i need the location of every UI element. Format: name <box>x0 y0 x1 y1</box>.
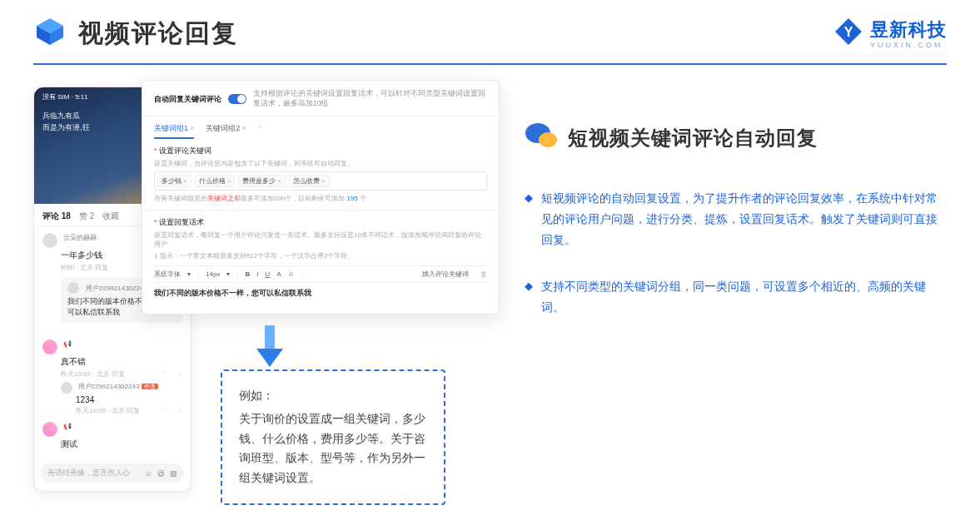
keyword-tag[interactable]: 费用是多少× <box>238 175 286 187</box>
bullet-diamond-icon: ◆ <box>525 188 533 251</box>
config-top-row: 自动回复关键词评论 支持根据评论的关键词设置回复话术，可以针对不同类型关键词设置… <box>142 89 499 116</box>
tab-comments[interactable]: 评论 18 <box>42 211 71 222</box>
dislike-icon[interactable]: ♤ <box>177 370 182 378</box>
arrow-down-icon <box>253 325 286 372</box>
tab-keyword-group-2[interactable]: 关键词组2× <box>206 123 246 139</box>
tab-add-group[interactable]: + <box>258 123 262 139</box>
tb-italic-icon[interactable]: I <box>256 270 258 278</box>
tb-bold-icon[interactable]: B <box>246 270 251 278</box>
keyword-tag[interactable]: 什么价格× <box>195 175 236 187</box>
sec-reply-title: 设置回复话术 <box>154 217 487 228</box>
tab-likes[interactable]: 赞 2 <box>79 211 94 222</box>
tb-insert-keyword[interactable]: 插入评论关键词 <box>422 270 469 279</box>
right-column: 短视频关键词评论自动回复 ◆ 短视频评论的自动回复设置，为了提升作者的评论回复效… <box>525 80 947 343</box>
sec-keyword-desc: 设置关键词，当评论里内容包含了以下关键词，则系统可自动回复。 <box>154 159 487 168</box>
bullet-text: 支持不同类型的关键词分组，同一类问题，可设置多个相近的、高频的关键词。 <box>541 276 947 318</box>
input-placeholder: 善语结善缘，恶言伤人心 <box>47 468 140 478</box>
brand-name: 昱新科技 <box>870 17 947 42</box>
keyword-group-tabs: 关键词组1× 关键词组2× + <box>142 116 499 139</box>
sec-reply-desc: 设置回复话术，每回复一个用户评论只发送一条话术。最多支持设置10条不同话术，按添… <box>154 230 487 249</box>
svg-text:Y: Y <box>844 25 853 39</box>
example-title: 例如： <box>239 386 427 406</box>
comment-item: 📢 测试 <box>34 422 191 458</box>
tb-underline-icon[interactable]: U <box>266 270 271 278</box>
commenter-name: 📢 <box>63 340 72 348</box>
section-head: 短视频关键词评论自动回复 <box>525 121 947 155</box>
cube-icon <box>33 15 67 52</box>
tb-size-select[interactable]: 14px <box>206 270 220 278</box>
auto-reply-toggle[interactable] <box>228 94 246 104</box>
brand-sub: YUUXIN.COM <box>870 41 947 49</box>
svg-marker-6 <box>256 349 283 367</box>
at-icon[interactable]: @ <box>157 469 165 478</box>
image-icon[interactable]: ▧ <box>170 469 177 478</box>
keyword-tag[interactable]: 怎么收费× <box>289 175 330 187</box>
comment-input[interactable]: 善语结善缘，恶言伤人心 ☺ @ ▧ <box>41 463 184 483</box>
author-reply-inline: 用户2299214302243 作者 1234 昨天10:08 · 北京 回复 … <box>61 382 182 415</box>
config-top-desc: 支持根据评论的关键词设置回复话术，可以针对不同类型关键词设置回复话术，最多添加1… <box>253 89 487 109</box>
avatar <box>61 382 72 394</box>
left-column: 自动回复关键词评论 支持根据评论的关键词设置回复话术，可以针对不同类型关键词设置… <box>33 80 500 343</box>
svg-rect-5 <box>265 325 275 350</box>
reply-meta: 昨天10:08 · 北京 回复 ♡♤ <box>76 406 182 415</box>
status-left: 没有 SIM · 5:11 <box>42 92 88 102</box>
video-caption: 兵临九有瓜 而是为有潜,狂 <box>42 111 90 133</box>
brand-icon: Y <box>833 17 863 50</box>
comment-text: 真不错 <box>61 356 182 368</box>
heart-icon[interactable]: ♡ <box>162 370 168 378</box>
tb-color-icon[interactable]: A <box>276 270 281 278</box>
sec-reply-hint: 1 提示：一个富文本框最多支持512个字符，一个汉字占用2个字符。 <box>154 251 487 260</box>
editor-content[interactable]: 我们不同的版本价格不一样，您可以私信联系我 <box>154 283 487 307</box>
header-divider <box>33 63 947 65</box>
tb-font-select[interactable]: 系统字体 <box>154 270 181 279</box>
bullet-item: ◆ 支持不同类型的关键词分组，同一类问题，可设置多个相近的、高频的关键词。 <box>525 276 947 318</box>
page-title: 视频评论回复 <box>78 17 238 51</box>
svg-point-8 <box>539 132 557 147</box>
reply-text: 1234 <box>76 395 182 404</box>
comment-text: 测试 <box>61 438 182 450</box>
section-title: 短视频关键词评论自动回复 <box>568 125 818 151</box>
sec-keyword-title: 设置评论关键词 <box>154 146 487 156</box>
config-toggle-label: 自动回复关键词评论 <box>154 94 221 105</box>
commenter-name: 云朵的赫赫 <box>63 234 97 241</box>
emoji-icon[interactable]: ☺ <box>145 469 152 478</box>
avatar <box>42 233 57 248</box>
bullet-text: 短视频评论的自动回复设置，为了提升作者的评论回复效率，在系统中针对常见的评论用户… <box>541 188 947 251</box>
commenter-name: 📢 <box>63 423 72 430</box>
tb-emoji-icon[interactable]: ☺ <box>288 270 295 278</box>
avatar <box>42 339 57 354</box>
title-wrap: 视频评论回复 <box>33 15 238 52</box>
example-body: 关于询价的设置成一组关键词，多少钱、什么价格，费用多少等。关于咨询班型、版本、型… <box>239 409 427 488</box>
keyword-hint: 所有关键词组里的关键词之和最多可添加200个，目前剩余可添加 195 个 <box>154 194 487 203</box>
dislike-icon[interactable]: ♤ <box>177 407 182 414</box>
keyword-section: 设置评论关键词 设置关键词，当评论里内容包含了以下关键词，则系统可自动回复。 多… <box>142 139 499 210</box>
avatar <box>67 282 79 294</box>
reply-section: 设置回复话术 设置回复话术，每回复一个用户评论只发送一条话术。最多支持设置10条… <box>142 210 499 314</box>
config-panel: 自动回复关键词评论 支持根据评论的关键词设置回复话术，可以针对不同类型关键词设置… <box>142 80 500 315</box>
bullet-item: ◆ 短视频评论的自动回复设置，为了提升作者的评论回复效率，在系统中针对常见的评论… <box>525 188 947 251</box>
reply-user: 用户2299214302243 <box>86 284 147 293</box>
reply-user: 用户2299214302243 <box>78 383 140 390</box>
comment-item: 📢 真不错 昨天10:08 · 北京 回复 ♡♤ 用户2299214302243… <box>34 333 191 422</box>
bullet-diamond-icon: ◆ <box>525 276 533 318</box>
tab-keyword-group-1[interactable]: 关键词组1× <box>154 123 194 139</box>
comment-meta: 昨天10:08 · 北京 回复 ♡♤ <box>61 369 182 379</box>
avatar <box>42 422 57 437</box>
heart-icon[interactable]: ♡ <box>162 407 168 414</box>
keyword-tag[interactable]: 多少钱× <box>157 175 192 187</box>
tab-favorites[interactable]: 收藏 <box>102 211 119 222</box>
brand-logo: Y 昱新科技 YUUXIN.COM <box>833 17 947 50</box>
editor-toolbar: 系统字体▾ | 14px▾ | B I U A ☺ | 插入评论关键词 🗑 <box>154 265 487 283</box>
example-box: 例如： 关于询价的设置成一组关键词，多少钱、什么价格，费用多少等。关于咨询班型、… <box>221 369 445 505</box>
page-header: 视频评论回复 Y 昱新科技 YUUXIN.COM <box>0 0 980 60</box>
chat-bubble-icon <box>525 121 558 155</box>
tb-delete-icon[interactable]: 🗑 <box>480 270 487 278</box>
author-badge: 作者 <box>142 384 158 389</box>
keyword-tag-input[interactable]: 多少钱× 什么价格× 费用是多少× 怎么收费× <box>154 171 487 191</box>
